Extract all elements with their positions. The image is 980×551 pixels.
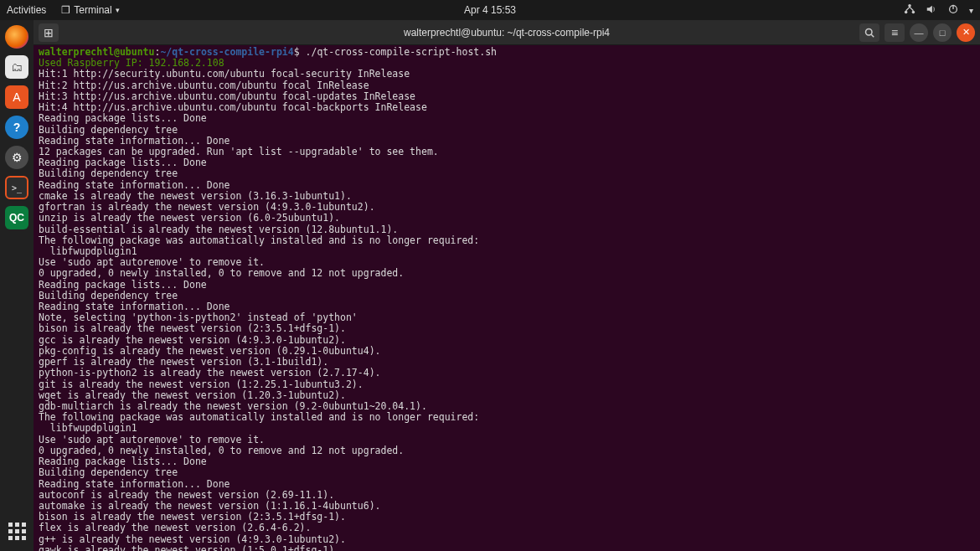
svg-point-1: [905, 10, 908, 13]
dock: 🗂 A ? ⚙ >_ QC: [0, 20, 34, 551]
settings-icon[interactable]: ⚙: [5, 146, 28, 169]
power-icon: [947, 3, 959, 18]
software-icon[interactable]: A: [5, 85, 28, 109]
minimize-button[interactable]: —: [910, 23, 928, 42]
svg-point-2: [912, 10, 916, 13]
menu-button[interactable]: ≡: [885, 23, 905, 42]
terminal-icon: ❐: [61, 4, 70, 16]
svg-point-5: [866, 28, 873, 35]
terminal-icon[interactable]: >_: [5, 176, 28, 199]
help-icon[interactable]: ?: [5, 116, 28, 139]
chevron-down-icon: ▾: [116, 6, 120, 14]
prompt-dollar: $: [294, 46, 300, 58]
chevron-down-icon: ▾: [969, 6, 973, 15]
prompt-path: ~/qt-cross-compile-rpi4: [160, 46, 293, 58]
prompt-command: ./qt-cross-compile-script-host.sh: [306, 46, 497, 58]
close-button[interactable]: ✕: [957, 23, 975, 42]
files-icon[interactable]: 🗂: [5, 55, 28, 79]
system-tray[interactable]: ▾: [904, 3, 973, 18]
window-titlebar: ⊞ walterprechtl@ubuntu: ~/qt-cross-compi…: [34, 20, 980, 45]
new-tab-button[interactable]: ⊞: [39, 23, 59, 42]
top-panel-left: Activities ❐ Terminal ▾: [7, 4, 120, 16]
volume-icon: [926, 3, 937, 18]
firefox-icon[interactable]: [5, 25, 28, 49]
output-lines: Hit:1 http://security.ubuntu.com/ubuntu …: [39, 68, 479, 551]
network-icon: [904, 3, 916, 18]
output-green: Used Raspberry IP: 192.168.2.108: [39, 57, 224, 69]
app-menu-label: Terminal: [74, 4, 111, 16]
svg-line-6: [871, 34, 874, 37]
top-panel: Activities ❐ Terminal ▾ Apr 4 15:53 ▾: [0, 0, 980, 20]
maximize-button[interactable]: □: [933, 23, 952, 42]
svg-point-0: [908, 3, 911, 7]
prompt-user: walterprechtl@ubuntu: [39, 46, 154, 58]
show-apps-icon[interactable]: [5, 519, 28, 543]
activities-button[interactable]: Activities: [7, 4, 46, 16]
app-menu[interactable]: ❐ Terminal ▾: [61, 4, 119, 16]
terminal-output[interactable]: walterprechtl@ubuntu:~/qt-cross-compile-…: [34, 45, 980, 551]
search-button[interactable]: [859, 23, 879, 42]
clock[interactable]: Apr 4 15:53: [464, 4, 516, 16]
qtcreator-icon[interactable]: QC: [5, 206, 28, 229]
window-title: walterprechtl@ubuntu: ~/qt-cross-compile…: [404, 27, 610, 39]
